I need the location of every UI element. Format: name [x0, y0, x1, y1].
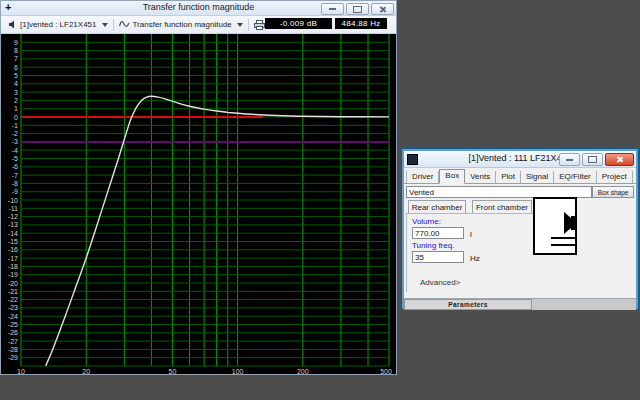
desktop: + Transfer function magnitude [1]vented …: [0, 0, 640, 400]
svg-text:-20: -20: [8, 280, 18, 287]
plot-window-titlebar[interactable]: + Transfer function magnitude: [1, 1, 396, 16]
plot-type-dropdown[interactable]: Transfer function magnitude: [115, 17, 247, 32]
svg-text:-27: -27: [8, 338, 18, 345]
maximize-button[interactable]: [346, 3, 369, 15]
svg-text:200: 200: [297, 368, 309, 374]
svg-text:-2: -2: [12, 130, 18, 137]
svg-text:7: 7: [14, 55, 18, 62]
close-button[interactable]: [605, 153, 634, 166]
box-window: [1]Vented : 111 LF21X451 Driver Box Vent…: [402, 149, 638, 309]
minimize-icon: [329, 8, 336, 10]
svg-text:-22: -22: [8, 296, 18, 303]
svg-text:-21: -21: [8, 288, 18, 295]
plot-type-label: Transfer function magnitude: [133, 20, 232, 29]
svg-text:-18: -18: [8, 263, 18, 270]
svg-text:-7: -7: [12, 172, 18, 179]
svg-text:-1: -1: [12, 122, 18, 129]
svg-text:100: 100: [232, 368, 244, 374]
box-tab-content: Vented Box shape Rear chamber Front cham…: [404, 184, 636, 298]
svg-text:-29: -29: [8, 354, 18, 361]
plot-toolbar: [1]vented : LF21X451 Transfer function m…: [1, 16, 396, 34]
svg-text:-17: -17: [8, 255, 18, 262]
svg-text:-10: -10: [8, 197, 18, 204]
svg-text:4: 4: [14, 80, 18, 87]
svg-text:0: 0: [14, 114, 18, 121]
parameters-bar: Parameters: [404, 298, 636, 310]
chevron-down-icon: [102, 23, 108, 27]
svg-text:-19: -19: [8, 271, 18, 278]
svg-text:50: 50: [168, 368, 176, 374]
svg-text:8: 8: [14, 47, 18, 54]
close-button[interactable]: [371, 3, 394, 15]
box-window-tabs: Driver Box Vents Plot Signal EQ/Filter P…: [404, 168, 636, 184]
waveform-icon: [119, 20, 130, 29]
box-shape-button[interactable]: Box shape: [592, 186, 634, 198]
rear-chamber-tab[interactable]: Rear chamber: [408, 200, 466, 213]
grid-lines: [21, 34, 389, 366]
svg-text:20: 20: [82, 368, 90, 374]
svg-text:-5: -5: [12, 155, 18, 162]
project-selector-label: [1]vented : LF21X451: [20, 20, 97, 29]
minimize-button[interactable]: [321, 3, 344, 15]
toolbar-separator: [248, 19, 249, 31]
box-schematic-drawing: [535, 199, 575, 253]
plot-client-area: 9876543210-1-2-3-4-5-6-7-8-9-10-11-12-13…: [1, 34, 396, 374]
transfer-function-chart[interactable]: 9876543210-1-2-3-4-5-6-7-8-9-10-11-12-13…: [1, 34, 394, 374]
svg-text:500: 500: [380, 368, 392, 374]
tab-plot[interactable]: Plot: [496, 171, 521, 183]
svg-text:5: 5: [14, 72, 18, 79]
svg-text:-13: -13: [8, 221, 18, 228]
box-schematic: [533, 197, 577, 255]
svg-text:-4: -4: [12, 147, 18, 154]
svg-text:-8: -8: [12, 180, 18, 187]
front-chamber-tab[interactable]: Front chamber: [472, 200, 532, 213]
svg-text:-15: -15: [8, 238, 18, 245]
advanced-expander[interactable]: Advanced>: [420, 278, 460, 287]
toolbar-separator: [113, 19, 114, 31]
tab-driver[interactable]: Driver: [406, 171, 439, 183]
db-readout: -0.009 dB: [265, 18, 332, 29]
minimize-icon: [566, 159, 573, 161]
driver-magnet-icon: [571, 216, 575, 230]
maximize-icon: [588, 156, 597, 163]
svg-text:6: 6: [14, 64, 18, 71]
svg-text:-23: -23: [8, 304, 18, 311]
plot-window: + Transfer function magnitude [1]vented …: [0, 0, 397, 375]
svg-text:2: 2: [14, 97, 18, 104]
tab-eq-filter[interactable]: EQ/Filter: [554, 171, 597, 183]
volume-label: Volume:: [412, 217, 441, 226]
svg-text:-9: -9: [12, 188, 18, 195]
printer-icon: [254, 20, 265, 30]
freq-readout: 484.88 Hz: [335, 18, 387, 29]
minimize-button[interactable]: [559, 153, 580, 166]
axis-tick-labels: 9876543210-1-2-3-4-5-6-7-8-9-10-11-12-13…: [8, 39, 392, 374]
close-icon: [379, 6, 386, 13]
tab-signal[interactable]: Signal: [521, 171, 554, 183]
tuning-freq-input[interactable]: 35: [412, 251, 464, 263]
tuning-freq-label: Tuning freq.: [412, 241, 454, 250]
box-window-titlebar[interactable]: [1]Vented : 111 LF21X451: [404, 151, 636, 168]
svg-text:3: 3: [14, 89, 18, 96]
svg-text:-11: -11: [8, 205, 18, 212]
tab-vents[interactable]: Vents: [465, 171, 496, 183]
volume-input[interactable]: 770.00: [412, 227, 464, 239]
project-selector-dropdown[interactable]: [1]vented : LF21X451: [4, 17, 112, 32]
driver-cone-icon: [564, 212, 571, 234]
svg-text:-24: -24: [8, 313, 18, 320]
chevron-down-icon: [237, 23, 243, 27]
close-icon: [616, 156, 623, 163]
svg-text:-26: -26: [8, 329, 18, 336]
tab-project[interactable]: Project: [597, 171, 633, 183]
svg-text:-12: -12: [8, 213, 18, 220]
parameters-panel-header[interactable]: Parameters: [404, 299, 532, 310]
svg-text:-6: -6: [12, 163, 18, 170]
svg-text:-16: -16: [8, 246, 18, 253]
speaker-icon: [8, 20, 17, 29]
maximize-button[interactable]: [582, 153, 603, 166]
tab-box[interactable]: Box: [439, 169, 465, 184]
svg-text:-3: -3: [12, 138, 18, 145]
svg-text:10: 10: [17, 368, 25, 374]
tuning-freq-unit: Hz: [470, 254, 480, 263]
svg-text:-14: -14: [8, 230, 18, 237]
vented-box-transfer-function-curve: [46, 96, 389, 366]
